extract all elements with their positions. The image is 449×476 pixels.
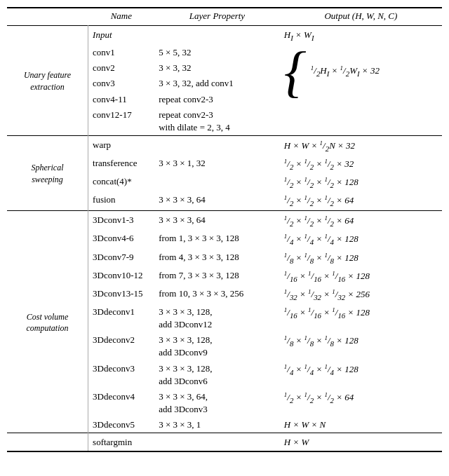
cell-output: 1/16 × 1/16 × 1/16 × 128 — [280, 304, 442, 332]
cell-layer: repeat conv2-3with dilate = 2, 3, 4 — [154, 107, 280, 136]
cell-output: 1/2 × 1/2 × 1/2 × 32 — [280, 156, 442, 174]
cell-layer: 3 × 3 × 3, 64,add 3Dconv3 — [154, 389, 280, 417]
cell-output: 1/2 × 1/2 × 1/2 × 64 — [280, 211, 442, 231]
cell-name: 3Dconv1-3 — [88, 211, 155, 231]
cell-output: { 1/2HI × 1/2WI × 32 — [280, 45, 442, 136]
network-architecture-table: Name Layer Property Output (H, W, N, C) … — [7, 7, 442, 452]
section-label-cost: Cost volumecomputation — [7, 211, 88, 433]
cell-output: 1/4 × 1/4 × 1/4 × 128 — [280, 361, 442, 389]
cell-output: 1/32 × 1/32 × 1/32 × 256 — [280, 286, 442, 304]
cell-layer: from 7, 3 × 3 × 3, 128 — [154, 268, 280, 286]
cell-name: 3Dconv4-6 — [88, 231, 155, 249]
table-row: Sphericalsweeping warp H × W × 1/2N × 32 — [7, 136, 442, 156]
cell-layer: 3 × 3 × 3, 64 — [154, 211, 280, 231]
cell-layer: from 10, 3 × 3 × 3, 256 — [154, 286, 280, 304]
cell-output: H × W — [280, 433, 442, 451]
cell-layer: repeat conv2-3 — [154, 92, 280, 107]
cell-output: 1/2 × 1/2 × 1/2 × 64 — [280, 192, 442, 211]
cell-layer: 3 × 3 × 3, 128,add 3Dconv6 — [154, 361, 280, 389]
header-layer-property: Layer Property — [154, 8, 280, 26]
cell-name: 3Ddeconv5 — [88, 417, 155, 433]
cell-name: 3Dconv13-15 — [88, 286, 155, 304]
cell-layer: 3 × 3 × 1, 32 — [154, 156, 280, 174]
header-section — [7, 8, 88, 26]
cell-name: concat(4)* — [88, 174, 155, 192]
cell-name: conv3 — [88, 76, 155, 91]
cell-name: 3Ddeconv2 — [88, 332, 155, 360]
cell-layer: 3 × 3 × 3, 128,add 3Dconv12 — [154, 304, 280, 332]
cell-layer: 3 × 3 × 3, 64 — [154, 192, 280, 211]
main-table-container: Name Layer Property Output (H, W, N, C) … — [7, 7, 442, 452]
cell-output: 1/16 × 1/16 × 1/16 × 128 — [280, 268, 442, 286]
cell-layer: 3 × 3 × 3, 128,add 3Dconv9 — [154, 332, 280, 360]
cell-layer: 3 × 3, 32 — [154, 60, 280, 76]
cell-layer: 3 × 3 × 3, 1 — [154, 417, 280, 433]
cell-output: 1/4 × 1/4 × 1/4 × 128 — [280, 231, 442, 249]
cell-name: 3Dconv10-12 — [88, 268, 155, 286]
section-label-spherical: Sphericalsweeping — [7, 136, 88, 211]
cell-layer: 3 × 3, 32, add conv1 — [154, 76, 280, 91]
section-label-unary: Unary featureextraction — [7, 26, 88, 136]
cell-output: H × W × 1/2N × 32 — [280, 136, 442, 156]
cell-output: 1/8 × 1/8 × 1/8 × 128 — [280, 332, 442, 360]
cell-name: Input — [88, 26, 155, 45]
cell-name: conv1 — [88, 45, 155, 60]
cell-name: fusion — [88, 192, 155, 211]
cell-layer: from 4, 3 × 3 × 3, 128 — [154, 250, 280, 268]
table-row: Unary featureextraction Input HI × WI — [7, 26, 442, 45]
cell-name: conv4-11 — [88, 92, 155, 107]
cell-output: H × W × N — [280, 417, 442, 433]
cell-name: softargmin — [88, 433, 155, 451]
cell-name: 3Ddeconv3 — [88, 361, 155, 389]
cell-layer — [154, 136, 280, 156]
cell-name: conv12-17 — [88, 107, 155, 136]
cell-name: 3Ddeconv4 — [88, 389, 155, 417]
cell-layer — [154, 433, 280, 451]
table-header-row: Name Layer Property Output (H, W, N, C) — [7, 8, 442, 26]
table-row: softargmin H × W — [7, 433, 442, 451]
cell-layer — [154, 26, 280, 45]
cell-name: 3Dconv7-9 — [88, 250, 155, 268]
cell-layer — [154, 174, 280, 192]
cell-name: 3Ddeconv1 — [88, 304, 155, 332]
cell-name: conv2 — [88, 60, 155, 76]
cell-layer: 5 × 5, 32 — [154, 45, 280, 60]
cell-output: 1/2 × 1/2 × 1/2 × 64 — [280, 389, 442, 417]
header-name: Name — [88, 8, 155, 26]
cell-layer: from 1, 3 × 3 × 3, 128 — [154, 231, 280, 249]
cell-name: transference — [88, 156, 155, 174]
cell-output: 1/2 × 1/2 × 1/2 × 128 — [280, 174, 442, 192]
cell-output: 1/8 × 1/8 × 1/8 × 128 — [280, 250, 442, 268]
header-output: Output (H, W, N, C) — [280, 8, 442, 26]
cell-name: warp — [88, 136, 155, 156]
section-label-softargmin — [7, 433, 88, 451]
table-row: Cost volumecomputation 3Dconv1-3 3 × 3 ×… — [7, 211, 442, 231]
